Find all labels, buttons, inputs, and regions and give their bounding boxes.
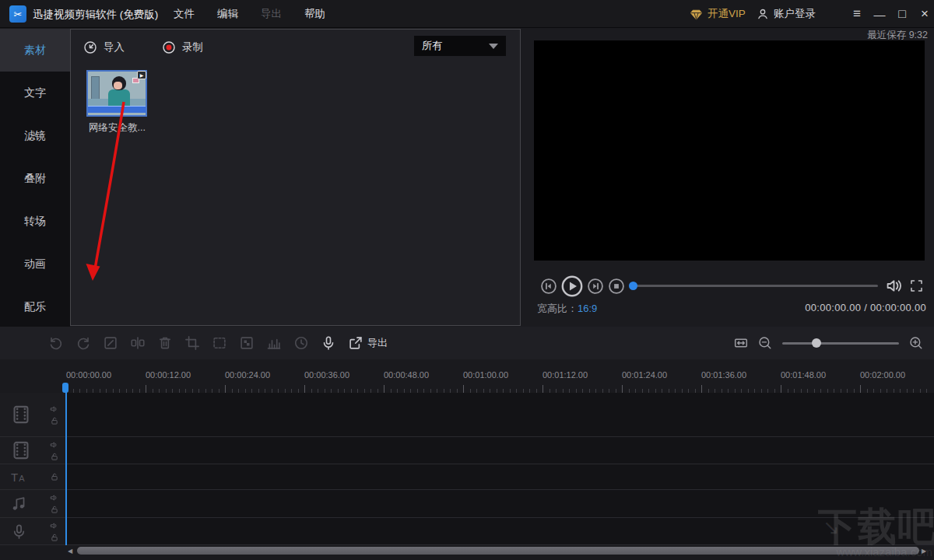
track-mute-icon[interactable] (50, 404, 59, 414)
play-button[interactable] (560, 275, 584, 298)
split-clip-button[interactable] (130, 335, 146, 351)
edit-clip-button[interactable] (103, 335, 118, 351)
sidebar-item-叠附[interactable]: 叠附 (0, 157, 70, 200)
music-track-lane[interactable] (65, 490, 934, 517)
scroll-right-icon[interactable]: ▶ (919, 548, 929, 555)
import-label: 导入 (104, 40, 125, 54)
user-icon (757, 8, 769, 20)
maximize-icon[interactable]: □ (895, 5, 909, 23)
timeline-ruler[interactable]: 00:00:00.0000:00:12.0000:00:24.0000:00:3… (65, 370, 934, 393)
sidebar-item-配乐[interactable]: 配乐 (0, 285, 70, 328)
track-lock-icon[interactable] (50, 452, 59, 461)
video-track-1-header (0, 393, 65, 436)
track-lock-icon[interactable] (50, 416, 59, 425)
scroll-left-icon[interactable]: ◀ (65, 548, 75, 555)
preview-panel: 最近保存 9:32 宽高比：16:9 00:00:00.00 / 00:00:0… (523, 28, 934, 327)
track-mute-icon[interactable] (50, 493, 59, 502)
zoom-slider-handle[interactable] (812, 338, 821, 348)
crop-clip-button[interactable] (184, 335, 200, 351)
chevron-down-icon (489, 44, 498, 49)
ruler-label: 00:01:36.00 (701, 370, 746, 380)
filter-value: 所有 (422, 39, 442, 53)
mic-icon (321, 335, 336, 351)
mosaic-icon (239, 335, 255, 351)
media-library-panel: 导入 录制 所有 ▶ 网络安全教... (70, 29, 521, 326)
vip-button[interactable]: 开通VIP (690, 0, 746, 28)
voice-track-lane[interactable] (65, 518, 934, 544)
timeline-toolbar-left: 导出 (48, 327, 388, 359)
ruler-label: 00:00:36.00 (304, 370, 349, 380)
menu-导出[interactable]: 导出 (261, 7, 282, 21)
seek-handle[interactable] (629, 282, 637, 290)
sidebar-item-转场[interactable]: 转场 (0, 200, 70, 243)
undo-button[interactable] (48, 335, 64, 351)
sidebar-item-文字[interactable]: 文字 (0, 72, 70, 114)
scrollbar-thumb[interactable] (77, 547, 919, 555)
film-icon (11, 404, 31, 425)
menu-帮助[interactable]: 帮助 (304, 7, 325, 21)
ruler-label: 00:01:48.00 (781, 370, 826, 380)
text-track-header: TA (0, 464, 65, 489)
account-login-button[interactable]: 账户登录 (757, 0, 816, 28)
sidebar-item-滤镜[interactable]: 滤镜 (0, 114, 70, 157)
import-button[interactable]: 导入 (83, 40, 125, 54)
music-track (0, 490, 934, 518)
sidebar-item-素材[interactable]: 素材 (0, 29, 70, 72)
stop-button[interactable] (608, 278, 625, 295)
undo-icon (48, 335, 64, 351)
clip-name: 网络安全教... (89, 121, 159, 135)
zoom-in-icon[interactable] (909, 336, 923, 350)
voiceover-record-button[interactable] (321, 335, 336, 351)
video-track-1 (0, 393, 934, 437)
ruler-label: 00:01:12.00 (542, 370, 588, 380)
track-mute-icon[interactable] (50, 521, 59, 530)
aspect-value: 16:9 (578, 303, 597, 314)
timeline: 00:00:00.0000:00:12.0000:00:24.0000:00:3… (0, 359, 934, 560)
previous-frame-button[interactable] (540, 278, 557, 295)
media-filter-dropdown[interactable]: 所有 (414, 36, 506, 56)
split-icon (130, 335, 146, 351)
video-track-2 (0, 437, 934, 464)
app-menu-icon[interactable]: ≡ (850, 5, 864, 23)
app-title: 迅捷视频剪辑软件 (免费版) (33, 8, 158, 22)
track-lock-icon[interactable] (50, 533, 59, 542)
playhead-line (65, 383, 67, 545)
video-track-1-lane[interactable] (65, 393, 934, 436)
media-clip-thumbnail[interactable]: ▶ (86, 70, 147, 117)
horizontal-scrollbar[interactable]: ◀ ▶ (65, 546, 934, 555)
track-lock-icon[interactable] (50, 472, 59, 481)
delete-clip-button[interactable] (157, 335, 173, 351)
export-button[interactable]: 导出 (348, 335, 388, 351)
track-mute-icon[interactable] (50, 440, 59, 450)
menu-编辑[interactable]: 编辑 (217, 7, 238, 21)
video-track-2-lane[interactable] (65, 437, 934, 464)
freeze-frame-button[interactable] (212, 335, 227, 351)
login-label: 账户登录 (774, 7, 816, 21)
seek-slider[interactable] (630, 285, 878, 287)
freeze-icon (212, 335, 227, 351)
track-lock-icon[interactable] (50, 505, 59, 514)
redo-button[interactable] (75, 335, 91, 351)
mosaic-button[interactable] (239, 335, 255, 351)
music-track-header (0, 490, 65, 517)
next-frame-button[interactable] (587, 278, 604, 295)
preview-info-row: 宽高比：16:9 00:00:00.00 / 00:00:00.00 (523, 302, 934, 316)
text-track-lane[interactable] (65, 464, 934, 489)
audio-waveform-button[interactable] (266, 335, 282, 351)
zoom-out-icon[interactable] (758, 336, 772, 350)
fit-timeline-icon[interactable] (734, 336, 748, 350)
record-button[interactable]: 录制 (162, 40, 203, 54)
timeline-zoom-slider[interactable] (782, 342, 899, 345)
fullscreen-icon[interactable] (909, 278, 924, 293)
volume-icon[interactable] (886, 277, 904, 295)
sidebar-item-动画[interactable]: 动画 (0, 243, 70, 285)
crop-icon (184, 335, 200, 351)
clock-icon (293, 335, 309, 351)
aspect-ratio[interactable]: 宽高比：16:9 (537, 302, 597, 316)
track-list: TA (0, 393, 934, 545)
minimize-icon[interactable]: — (873, 5, 887, 23)
close-icon[interactable]: × (918, 5, 932, 23)
menu-文件[interactable]: 文件 (174, 7, 195, 21)
import-icon (83, 40, 97, 54)
duration-button[interactable] (293, 335, 309, 351)
